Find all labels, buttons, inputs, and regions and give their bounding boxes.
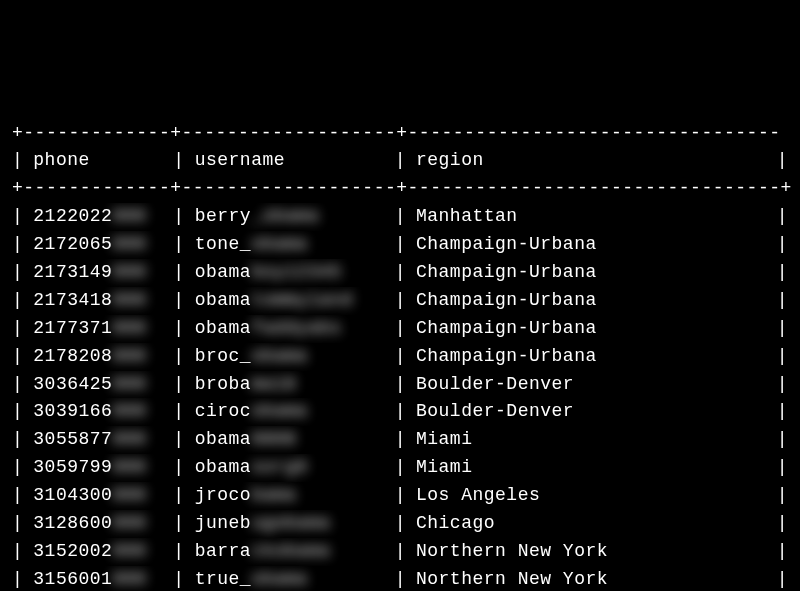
cell-region: Boulder-Denver bbox=[406, 398, 777, 426]
column-separator: | bbox=[12, 315, 23, 343]
username-redacted: _obama bbox=[251, 203, 319, 231]
username-visible: jroco bbox=[195, 482, 252, 510]
column-separator: | bbox=[12, 203, 23, 231]
username-visible: obama bbox=[195, 315, 252, 343]
column-separator: | bbox=[777, 510, 788, 538]
column-separator: | bbox=[173, 231, 184, 259]
cell-region: Northern New York bbox=[406, 538, 777, 566]
phone-visible: 3059799 bbox=[33, 454, 112, 482]
column-separator: | bbox=[777, 343, 788, 371]
phone-redacted: 000 bbox=[112, 343, 146, 371]
column-separator: | bbox=[777, 259, 788, 287]
phone-redacted: 000 bbox=[112, 454, 146, 482]
phone-redacted: 000 bbox=[112, 259, 146, 287]
cell-phone: 3055877000 bbox=[23, 426, 173, 454]
username-redacted: faddyabs bbox=[251, 315, 341, 343]
column-separator: | bbox=[173, 398, 184, 426]
column-separator: | bbox=[12, 147, 23, 175]
column-separator: | bbox=[173, 315, 184, 343]
column-separator: | bbox=[395, 315, 406, 343]
column-separator: | bbox=[777, 454, 788, 482]
column-separator: | bbox=[395, 231, 406, 259]
phone-redacted: 000 bbox=[112, 510, 146, 538]
cell-username: tone_obama bbox=[185, 231, 395, 259]
column-separator: | bbox=[777, 203, 788, 231]
column-separator: | bbox=[12, 287, 23, 315]
table-row: |3156001000|true_obama|Northern New York… bbox=[12, 566, 788, 591]
cell-phone: 2122022000 bbox=[23, 203, 173, 231]
username-visible: obama bbox=[195, 454, 252, 482]
cell-region: Champaign-Urbana bbox=[406, 315, 777, 343]
cell-region: Champaign-Urbana bbox=[406, 231, 777, 259]
phone-visible: 2178208 bbox=[33, 343, 112, 371]
column-separator: | bbox=[777, 566, 788, 591]
column-separator: | bbox=[777, 231, 788, 259]
username-visible: true_ bbox=[195, 566, 252, 591]
column-separator: | bbox=[777, 287, 788, 315]
phone-redacted: 000 bbox=[112, 398, 146, 426]
username-redacted: ckobama bbox=[251, 538, 330, 566]
cell-phone: 3152002000 bbox=[23, 538, 173, 566]
username-visible: obama bbox=[195, 287, 252, 315]
table-divider: +-------------+-------------------+-----… bbox=[12, 175, 788, 203]
username-redacted: ugobama bbox=[251, 510, 330, 538]
username-redacted: tommyland bbox=[251, 287, 353, 315]
column-separator: | bbox=[12, 259, 23, 287]
phone-visible: 3128600 bbox=[33, 510, 112, 538]
column-separator: | bbox=[173, 538, 184, 566]
cell-region: Boulder-Denver bbox=[406, 371, 777, 399]
cell-region: Champaign-Urbana bbox=[406, 259, 777, 287]
username-visible: obama bbox=[195, 426, 252, 454]
table-divider: +-------------+-------------------+-----… bbox=[12, 120, 788, 148]
column-separator: | bbox=[395, 510, 406, 538]
phone-visible: 3055877 bbox=[33, 426, 112, 454]
column-separator: | bbox=[395, 426, 406, 454]
column-separator: | bbox=[173, 287, 184, 315]
cell-username: obamaboy12345 bbox=[185, 259, 395, 287]
column-separator: | bbox=[395, 454, 406, 482]
column-separator: | bbox=[12, 398, 23, 426]
table-header-row: |phone|username|region| bbox=[12, 147, 788, 175]
cell-username: brobama18 bbox=[185, 371, 395, 399]
username-redacted: obama bbox=[251, 231, 308, 259]
column-separator: | bbox=[395, 371, 406, 399]
column-separator: | bbox=[173, 203, 184, 231]
cell-region: Champaign-Urbana bbox=[406, 287, 777, 315]
username-visible: obama bbox=[195, 259, 252, 287]
username-visible: juneb bbox=[195, 510, 252, 538]
column-separator: | bbox=[777, 398, 788, 426]
username-redacted: sorg9 bbox=[251, 454, 308, 482]
cell-phone: 3059799000 bbox=[23, 454, 173, 482]
column-separator: | bbox=[777, 147, 788, 175]
cell-username: broc_obama bbox=[185, 343, 395, 371]
column-separator: | bbox=[395, 147, 406, 175]
cell-region: Champaign-Urbana bbox=[406, 343, 777, 371]
table-row: |3059799000|obamasorg9|Miami| bbox=[12, 454, 788, 482]
table-row: |3036425000|brobama18|Boulder-Denver| bbox=[12, 371, 788, 399]
column-separator: | bbox=[777, 371, 788, 399]
header-username: username bbox=[185, 147, 395, 175]
column-separator: | bbox=[173, 454, 184, 482]
header-region: region bbox=[406, 147, 777, 175]
cell-phone: 3156001000 bbox=[23, 566, 173, 591]
table-row: |2122022000|berry_obama|Manhattan| bbox=[12, 203, 788, 231]
table-row: |2177371000|obamafaddyabs|Champaign-Urba… bbox=[12, 315, 788, 343]
username-redacted: ma18 bbox=[251, 371, 296, 399]
cell-phone: 2172065000 bbox=[23, 231, 173, 259]
column-separator: | bbox=[395, 482, 406, 510]
cell-phone: 2173149000 bbox=[23, 259, 173, 287]
column-separator: | bbox=[395, 343, 406, 371]
column-separator: | bbox=[173, 147, 184, 175]
username-redacted: obama bbox=[251, 398, 308, 426]
phone-redacted: 000 bbox=[112, 482, 146, 510]
cell-phone: 2173418000 bbox=[23, 287, 173, 315]
cell-username: junebugobama bbox=[185, 510, 395, 538]
column-separator: | bbox=[173, 482, 184, 510]
table-row: |2173418000|obamatommyland|Champaign-Urb… bbox=[12, 287, 788, 315]
cell-username: obamasorg9 bbox=[185, 454, 395, 482]
column-separator: | bbox=[395, 566, 406, 591]
query-result-table: +-------------+-------------------+-----… bbox=[12, 120, 788, 591]
phone-redacted: 000 bbox=[112, 566, 146, 591]
phone-visible: 3036425 bbox=[33, 371, 112, 399]
column-separator: | bbox=[173, 426, 184, 454]
